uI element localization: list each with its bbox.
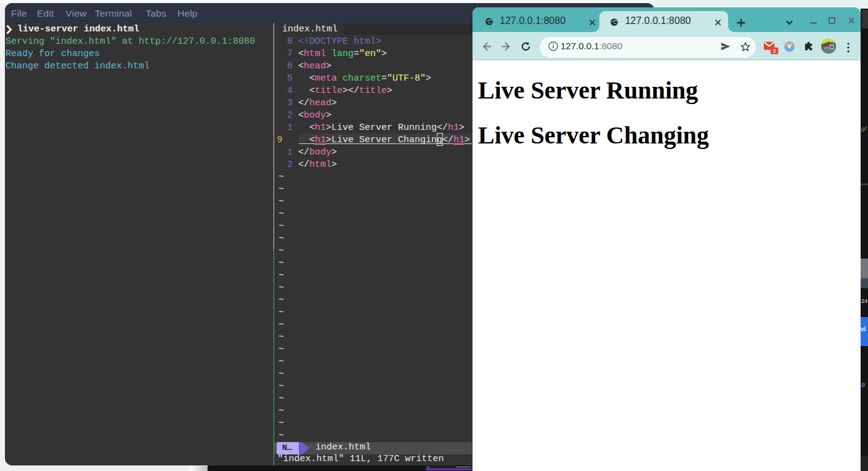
svg-text:2: 2 (773, 48, 776, 54)
